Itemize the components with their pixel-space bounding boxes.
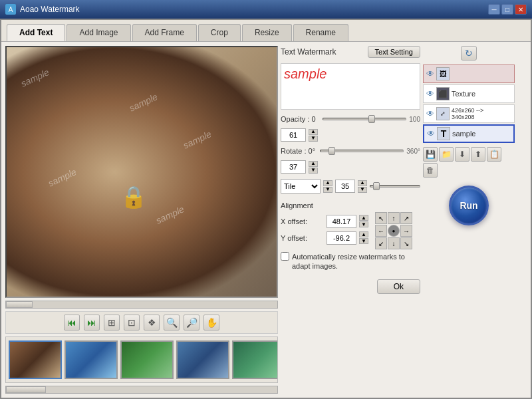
align-bottom[interactable]: ↓ — [388, 237, 400, 249]
tab-add-frame[interactable]: Add Frame — [132, 24, 197, 41]
thumbnail-1[interactable] — [9, 340, 62, 379]
rotate-label: Rotate : 0° — [281, 147, 317, 155]
opacity-label: Opacity : 0 — [281, 115, 317, 123]
actual-size-button[interactable]: ⊡ — [124, 315, 140, 331]
align-left[interactable]: ← — [375, 225, 387, 237]
layer-delete-button[interactable]: 🗑 — [423, 163, 438, 178]
preview-container: sample sample sample sample sample 🔒 — [5, 46, 278, 298]
preview-canvas: sample sample sample sample sample 🔒 — [7, 47, 277, 297]
close-button[interactable]: ✕ — [515, 4, 527, 15]
align-top-left[interactable]: ↖ — [375, 212, 387, 224]
preview-scrollbar[interactable] — [5, 301, 278, 309]
strip-scrollbar-thumb — [6, 386, 46, 393]
opacity-down[interactable]: ▼ — [309, 136, 318, 142]
zoom-in-button[interactable]: 🔍 — [164, 315, 180, 331]
skip-back-button[interactable]: ⏮ — [64, 315, 80, 331]
thumbnail-3[interactable] — [120, 340, 174, 379]
skip-forward-button[interactable]: ⏭ — [84, 315, 100, 331]
layer-item-4[interactable]: 👁 T sample — [423, 124, 515, 143]
layer-item-1[interactable]: 👁 🖼 — [423, 65, 515, 83]
lock-overlay-icon: 🔒 — [120, 184, 147, 209]
rotate-slider[interactable] — [320, 150, 404, 152]
tile-select[interactable]: Tile — [281, 179, 321, 194]
tab-resize[interactable]: Resize — [242, 24, 292, 41]
rotate-input[interactable] — [281, 160, 306, 174]
align-bottom-right[interactable]: ↘ — [400, 237, 412, 249]
align-bottom-left[interactable]: ↙ — [375, 237, 387, 249]
tile-value-input[interactable] — [335, 180, 355, 193]
text-setting-button[interactable]: Text Setting — [368, 46, 420, 58]
rotate-input-row: ▲ ▼ — [281, 160, 420, 174]
tab-rename[interactable]: Rename — [293, 24, 348, 41]
tab-add-text[interactable]: Add Text — [7, 24, 65, 41]
x-offset-input[interactable] — [327, 215, 356, 228]
opacity-slider[interactable] — [323, 118, 406, 120]
align-top[interactable]: ↑ — [388, 212, 400, 224]
align-right[interactable]: → — [400, 225, 412, 237]
align-center[interactable]: ● — [388, 225, 400, 237]
left-panel: sample sample sample sample sample 🔒 ⏮ ⏭… — [5, 46, 278, 394]
ok-button[interactable]: Ok — [377, 279, 420, 294]
layer-item-3[interactable]: 👁 ⤢ 426x260 -->340x208 — [423, 104, 515, 123]
layer-3-label: 426x260 -->340x208 — [452, 107, 511, 120]
layer-save-button[interactable]: 💾 — [423, 147, 438, 162]
x-offset-down[interactable]: ▼ — [359, 221, 368, 227]
layer-move-down-button[interactable]: ⬇ — [455, 147, 469, 162]
refresh-button[interactable]: ↻ — [461, 46, 477, 61]
y-offset-input[interactable] — [327, 231, 356, 245]
layer-open-button[interactable]: 📁 — [439, 147, 454, 162]
add-watermark-button[interactable]: ❖ — [144, 315, 160, 331]
layer-4-eye-icon[interactable]: 👁 — [427, 129, 435, 138]
tab-add-image[interactable]: Add Image — [66, 24, 130, 41]
auto-resize-checkbox[interactable] — [281, 252, 289, 261]
layer-3-eye-icon[interactable]: 👁 — [426, 109, 434, 118]
tile-down[interactable]: ▼ — [358, 187, 367, 193]
thumbnail-strip — [5, 336, 278, 383]
minimize-button[interactable]: ─ — [488, 4, 500, 15]
layer-4-icon: T — [437, 127, 450, 140]
x-offset-up[interactable]: ▲ — [359, 215, 368, 221]
rotate-max: 360° — [406, 148, 420, 155]
tile-slider[interactable] — [370, 185, 420, 188]
layer-move-up-button[interactable]: ⬆ — [471, 147, 485, 162]
layer-item-2[interactable]: 👁 ⬛ Texture — [423, 84, 515, 103]
y-offset-spinner: ▲ ▼ — [359, 231, 368, 244]
tile-row: Tile ▲ ▼ ▲ ▼ — [281, 179, 420, 194]
watermark-overlay-3: sample — [47, 166, 78, 189]
tabs-row: Add Text Add Image Add Frame Crop Resize… — [1, 20, 531, 42]
run-button[interactable]: Run — [449, 186, 489, 225]
pan-button[interactable]: ✋ — [203, 315, 219, 331]
text-preview-box: sample — [281, 63, 420, 110]
rotate-up[interactable]: ▲ — [309, 161, 318, 167]
auto-resize-label: Automatically resize watermarks to adapt… — [292, 252, 420, 271]
layer-1-eye-icon[interactable]: 👁 — [426, 69, 434, 78]
zoom-out-button[interactable]: 🔎 — [184, 315, 200, 331]
thumbnail-2[interactable] — [65, 340, 118, 379]
layer-3-icon: ⤢ — [436, 107, 450, 120]
thumbnail-4[interactable] — [176, 340, 229, 379]
tile-select-down[interactable]: ▼ — [323, 187, 332, 193]
watermark-overlay-1: sample — [19, 66, 51, 89]
opacity-input[interactable] — [281, 128, 306, 142]
rotate-down[interactable]: ▼ — [309, 168, 318, 174]
y-offset-down[interactable]: ▼ — [359, 238, 368, 244]
x-offset-label: X offset: — [281, 217, 324, 225]
strip-scrollbar[interactable] — [5, 386, 278, 394]
tile-spinner: ▲ ▼ — [358, 180, 367, 193]
opacity-up[interactable]: ▲ — [309, 129, 318, 135]
align-top-right[interactable]: ↗ — [400, 212, 412, 224]
arrow-pad: ↖ ↑ ↗ ← ● → ↙ ↓ ↘ — [375, 212, 412, 249]
layer-copy-button[interactable]: 📋 — [487, 147, 501, 162]
y-offset-up[interactable]: ▲ — [359, 231, 368, 237]
main-window: Add Text Add Image Add Frame Crop Resize… — [0, 19, 532, 399]
maximize-button[interactable]: □ — [501, 4, 513, 15]
thumbnail-5[interactable] — [232, 340, 278, 379]
tile-select-up[interactable]: ▲ — [323, 180, 332, 186]
tile-up[interactable]: ▲ — [358, 180, 367, 186]
scrollbar-thumb — [6, 301, 33, 308]
watermark-overlay-2: sample — [127, 91, 159, 114]
fit-window-button[interactable]: ⊞ — [104, 315, 120, 331]
layer-2-eye-icon[interactable]: 👁 — [426, 89, 434, 98]
opacity-slider-thumb — [368, 115, 375, 123]
tab-crop[interactable]: Crop — [198, 24, 241, 41]
